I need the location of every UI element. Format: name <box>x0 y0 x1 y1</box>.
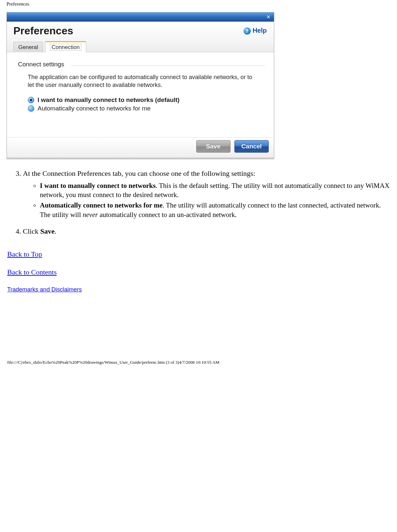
fieldset-legend: Connect settings <box>18 61 66 68</box>
fieldset-divider <box>71 65 265 66</box>
step-3-bullet-auto: Automatically connect to networks for me… <box>40 201 391 219</box>
connect-settings-description: The application can be configured to aut… <box>28 73 258 89</box>
help-icon: ? <box>244 27 251 35</box>
step-3-bullet-manual: I want to manually connect to networks. … <box>40 181 391 200</box>
cancel-button[interactable]: Cancel <box>234 140 269 153</box>
tab-connection[interactable]: Connection <box>45 41 86 52</box>
radio-icon <box>28 97 34 103</box>
dialog-title: Preferences <box>13 25 267 37</box>
step-3: At the Connection Preferences tab, you c… <box>23 169 391 219</box>
tabs-row: General Connection <box>7 41 274 52</box>
link-back-to-contents[interactable]: Back to Contents <box>7 267 57 277</box>
page-header: Preferences <box>0 0 397 9</box>
save-button[interactable]: Save <box>196 140 230 153</box>
footer-path: file:///C|/ebro_shilo/Echo%20Peak%20P%20… <box>6 294 391 365</box>
radio-auto-label: Automatically connect to networks for me <box>38 105 151 112</box>
step-3-intro: At the Connection Preferences tab, you c… <box>23 169 255 177</box>
connect-settings-fieldset: Connect settings The application can be … <box>16 61 265 120</box>
preferences-dialog: ✕ Preferences ?Help General Connection C… <box>7 12 274 158</box>
tab-panel-connection: Connect settings The application can be … <box>7 52 274 137</box>
tab-general[interactable]: General <box>13 42 43 52</box>
help-link[interactable]: ?Help <box>244 27 267 35</box>
dialog-buttons-row: Save Cancel <box>7 137 274 158</box>
dialog-header: Preferences ?Help <box>7 22 274 41</box>
close-icon[interactable]: ✕ <box>266 14 271 19</box>
radio-icon <box>28 105 34 112</box>
document-body: At the Connection Preferences tab, you c… <box>0 160 397 365</box>
help-label: Help <box>253 27 267 34</box>
radio-manual-connect[interactable]: I want to manually connect to networks (… <box>28 96 258 104</box>
radio-manual-label: I want to manually connect to networks (… <box>38 96 180 104</box>
radio-auto-connect[interactable]: Automatically connect to networks for me <box>28 105 258 112</box>
link-trademarks[interactable]: Trademarks and Disclaimers <box>7 286 82 293</box>
step-4: Click Save. <box>23 226 391 236</box>
link-back-to-top[interactable]: Back to Top <box>7 249 42 259</box>
dialog-titlebar: ✕ <box>7 12 274 22</box>
